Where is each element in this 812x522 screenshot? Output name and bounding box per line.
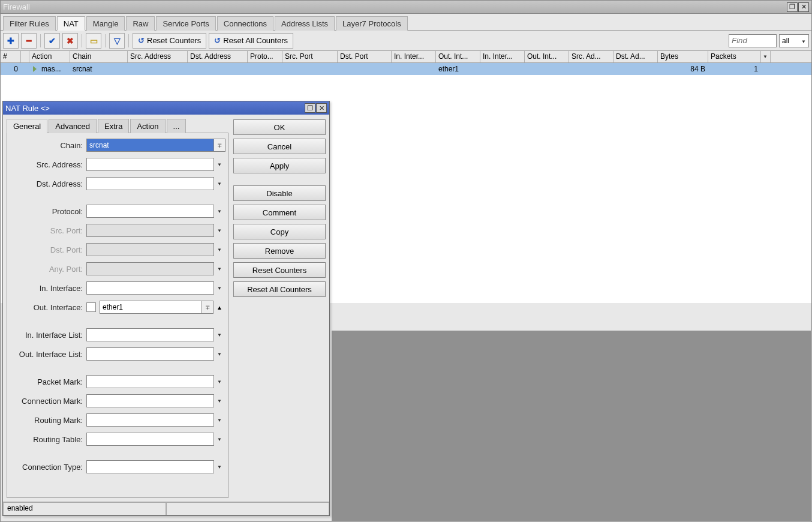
input-connection-type[interactable]	[86, 460, 214, 473]
tab-layer7[interactable]: Layer7 Protocols	[336, 16, 408, 31]
input-packet-mark[interactable]	[86, 375, 214, 388]
dlg-tab-advanced[interactable]: Advanced	[49, 119, 97, 133]
column-header[interactable]: Src. Ad...	[569, 51, 613, 62]
input-dst-address[interactable]	[86, 177, 214, 190]
collapse-icon[interactable]: ▲	[213, 301, 225, 314]
find-input[interactable]	[729, 34, 777, 47]
expand-icon[interactable]	[213, 347, 225, 361]
expand-icon[interactable]	[213, 433, 225, 446]
disable-button[interactable]: ✖	[62, 33, 78, 49]
cell-out-int: ether1	[436, 64, 480, 74]
table-row[interactable]: 0 mas... srcnat ether1 84 B 1	[1, 63, 811, 75]
expand-icon[interactable]	[213, 177, 225, 190]
input-routing-table[interactable]	[86, 433, 214, 446]
reset-counters-button[interactable]: ↺Reset Counters	[133, 33, 206, 49]
column-header[interactable]: Proto...	[248, 51, 282, 62]
label-dst-port: Dst. Port:	[10, 245, 86, 254]
filter-select[interactable]: all	[779, 34, 809, 47]
column-header[interactable]: Dst. Port	[338, 51, 392, 62]
filter-value: all	[782, 37, 789, 45]
ok-button[interactable]: OK	[233, 119, 326, 135]
comment-button[interactable]: ▭	[86, 33, 101, 49]
close-icon[interactable]: ✕	[798, 2, 809, 12]
column-header[interactable]: Out. Int...	[436, 51, 480, 62]
table-header: #ActionChainSrc. AddressDst. AddressProt…	[1, 51, 811, 63]
input-routing-mark[interactable]	[86, 413, 214, 427]
cell-in-int	[392, 68, 436, 70]
tab-filter-rules[interactable]: Filter Rules	[3, 16, 56, 31]
column-header[interactable]: Out. Int...	[525, 51, 569, 62]
input-out-interface[interactable]: ether1	[100, 301, 202, 314]
reset-all-counters-button[interactable]: Reset All Counters	[233, 281, 326, 297]
counter-icon: ↺	[214, 36, 221, 45]
copy-button[interactable]: Copy	[233, 224, 326, 239]
expand-icon[interactable]	[213, 205, 225, 218]
input-src-address[interactable]	[86, 158, 214, 171]
filter-button[interactable]: ▽	[109, 33, 125, 49]
cancel-button[interactable]: Cancel	[233, 139, 326, 154]
comment-button[interactable]: Comment	[233, 205, 326, 220]
remove-button[interactable]: Remove	[233, 243, 326, 259]
add-button[interactable]: ✚	[3, 33, 19, 49]
reset-all-counters-button[interactable]: ↺Reset All Counters	[209, 33, 293, 49]
maximize-icon[interactable]: ❐	[787, 2, 798, 12]
reset-counters-button[interactable]: Reset Counters	[233, 262, 326, 278]
column-header[interactable]	[21, 51, 29, 62]
enable-button[interactable]: ✔	[44, 33, 60, 49]
cell-packets: 1	[708, 64, 761, 74]
input-in-interface-list[interactable]	[86, 328, 214, 341]
column-header[interactable]: Bytes	[658, 51, 708, 62]
expand-icon[interactable]	[213, 158, 225, 171]
expand-icon[interactable]	[213, 328, 225, 341]
dialog-close-icon[interactable]: ✕	[316, 103, 327, 113]
tab-service-ports[interactable]: Service Ports	[156, 16, 215, 31]
column-header[interactable]: #	[1, 51, 21, 62]
label-routing-mark: Routing Mark:	[10, 416, 86, 425]
expand-icon[interactable]	[213, 281, 225, 295]
dlg-tab-more[interactable]: ...	[167, 119, 187, 133]
input-in-interface[interactable]	[86, 281, 214, 295]
label-src-port: Src. Port:	[10, 226, 86, 235]
disable-button[interactable]: Disable	[233, 185, 326, 201]
column-header[interactable]: Action	[29, 51, 70, 62]
column-header[interactable]: Packets	[708, 51, 761, 62]
tab-nat[interactable]: NAT	[57, 16, 85, 31]
dialog-maximize-icon[interactable]: ❐	[305, 103, 315, 113]
column-menu-icon[interactable]	[761, 51, 771, 62]
expand-icon[interactable]	[213, 394, 225, 407]
tab-raw[interactable]: Raw	[126, 16, 155, 31]
expand-icon	[213, 224, 225, 237]
dlg-tab-action[interactable]: Action	[130, 119, 165, 133]
column-header[interactable]: In. Inter...	[480, 51, 525, 62]
apply-button[interactable]: Apply	[233, 158, 326, 173]
out-interface-negate-checkbox[interactable]	[86, 302, 96, 312]
out-interface-dropdown-icon[interactable]: ∓	[202, 301, 213, 314]
tab-mangle[interactable]: Mangle	[86, 16, 125, 31]
column-header[interactable]: Src. Port	[282, 51, 338, 62]
separator	[128, 34, 129, 47]
tab-address-lists[interactable]: Address Lists	[275, 16, 335, 31]
main-tabs: Filter Rules NAT Mangle Raw Service Port…	[1, 14, 811, 31]
dlg-tab-general[interactable]: General	[7, 119, 47, 133]
expand-icon[interactable]	[213, 375, 225, 388]
input-out-interface-list[interactable]	[86, 347, 214, 361]
input-chain[interactable]: srcnat	[86, 139, 214, 152]
chain-dropdown-icon[interactable]: ∓	[213, 139, 225, 152]
input-connection-mark[interactable]	[86, 394, 214, 407]
column-header[interactable]: Dst. Ad...	[613, 51, 658, 62]
dlg-tab-extra[interactable]: Extra	[98, 119, 129, 133]
remove-button[interactable]: ━	[21, 33, 37, 49]
column-header[interactable]: Chain	[70, 51, 128, 62]
expand-icon	[213, 262, 225, 275]
expand-icon[interactable]	[213, 460, 225, 473]
column-header[interactable]: Dst. Address	[188, 51, 248, 62]
column-header[interactable]: Src. Address	[128, 51, 188, 62]
input-protocol[interactable]	[86, 205, 214, 218]
label-src-address: Src. Address:	[10, 160, 86, 169]
expand-icon[interactable]	[213, 413, 225, 427]
tab-connections[interactable]: Connections	[217, 16, 273, 31]
input-any-port	[86, 262, 214, 275]
column-header[interactable]: In. Inter...	[392, 51, 436, 62]
cell-flag	[21, 68, 29, 70]
cell-src-port	[282, 68, 338, 70]
